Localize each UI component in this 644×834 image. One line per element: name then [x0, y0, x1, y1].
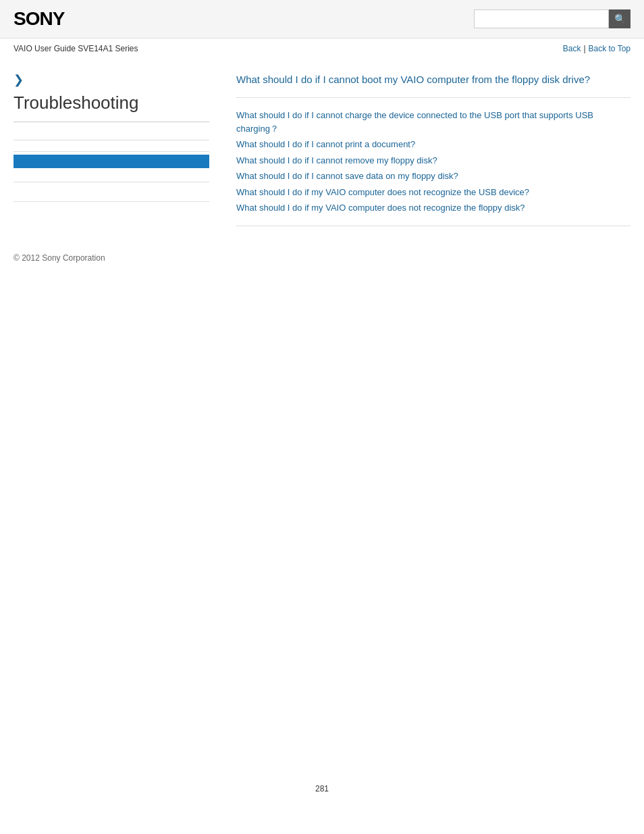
sidebar-item-4[interactable] [14, 171, 209, 182]
content-area: What should I do if I cannot boot my VAI… [223, 72, 630, 226]
content-divider-1 [236, 97, 630, 98]
search-container: 🔍 [474, 9, 630, 28]
header: SONY 🔍 [0, 0, 644, 38]
main-content: ❯ Troubleshooting What should I do if I … [0, 59, 644, 240]
search-button[interactable]: 🔍 [609, 9, 630, 28]
sub-links-container: What should I do if I cannot charge the … [236, 109, 630, 215]
search-input[interactable] [474, 9, 609, 28]
copyright-text: © 2012 Sony Corporation [14, 253, 105, 263]
sidebar-divider-1 [14, 122, 209, 122]
sidebar: ❯ Troubleshooting [14, 72, 223, 226]
page-number: 281 [0, 771, 644, 807]
sidebar-blank [14, 182, 209, 190]
breadcrumb-bar: VAIO User Guide SVE14A1 Series Back | Ba… [0, 38, 644, 59]
sub-link-2[interactable]: What should I do if I cannot print a doc… [236, 138, 630, 151]
sidebar-item-5[interactable] [14, 190, 209, 202]
breadcrumb-nav: Back | Back to Top [563, 44, 630, 53]
sub-link-6[interactable]: What should I do if my VAIO computer doe… [236, 201, 630, 215]
sidebar-item-active[interactable] [14, 155, 209, 168]
back-to-top-link[interactable]: Back to Top [589, 44, 630, 53]
sub-link-3[interactable]: What should I do if I cannot remove my f… [236, 154, 630, 167]
sub-link-4[interactable]: What should I do if I cannot save data o… [236, 170, 630, 183]
search-icon: 🔍 [614, 14, 626, 24]
footer: © 2012 Sony Corporation [0, 240, 644, 276]
sub-link-5[interactable]: What should I do if my VAIO computer doe… [236, 186, 630, 199]
sidebar-title: Troubleshooting [14, 93, 209, 113]
back-link[interactable]: Back [563, 44, 581, 53]
chevron-right-icon: ❯ [14, 72, 209, 87]
nav-separator: | [583, 44, 585, 53]
sidebar-item-1[interactable] [14, 129, 209, 140]
sub-link-1[interactable]: What should I do if I cannot charge the … [236, 109, 630, 135]
content-divider-2 [236, 226, 630, 226]
sidebar-item-2[interactable] [14, 140, 209, 152]
sony-logo: SONY [14, 8, 64, 30]
guide-title: VAIO User Guide SVE14A1 Series [14, 44, 138, 53]
main-content-link[interactable]: What should I do if I cannot boot my VAI… [236, 72, 630, 86]
